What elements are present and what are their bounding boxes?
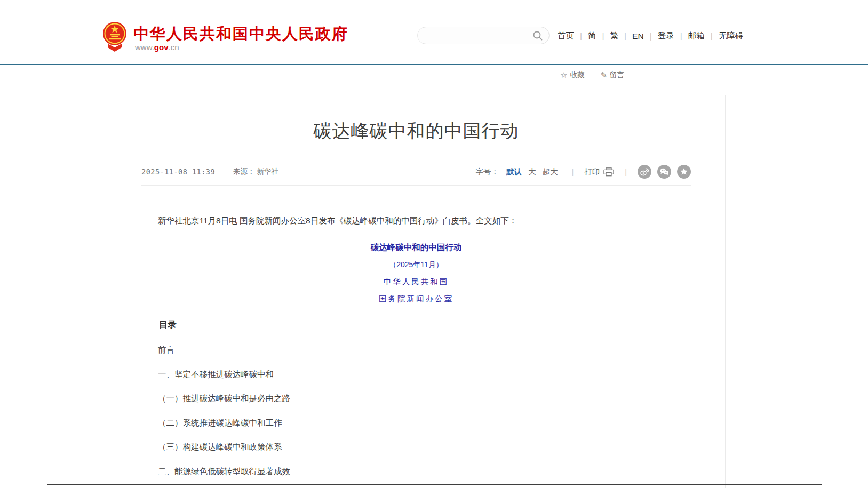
favorite-button[interactable]: ☆ 收藏 — [560, 70, 584, 80]
article-body: 新华社北京11月8日电 国务院新闻办公室8日发布《碳达峰碳中和的中国行动》白皮书… — [141, 214, 691, 488]
site-title[interactable]: 中华人民共和国中央人民政府 — [133, 23, 348, 45]
article-toolbar: 字号： 默认 大 超大 | 打印 | — [475, 165, 691, 179]
wechat-share-icon[interactable] — [657, 165, 671, 179]
star-icon: ☆ — [560, 70, 567, 80]
article-meta-row: 2025-11-08 11:39 来源： 新华社 字号： 默认 大 超大 | 打… — [141, 165, 691, 186]
intro-paragraph: 新华社北京11月8日电 国务院新闻办公室8日发布《碳达峰碳中和的中国行动》白皮书… — [141, 214, 691, 227]
toc-heading: 目录 — [141, 319, 691, 331]
doc-org-country: 中华人民共和国 — [141, 277, 691, 287]
doc-title: 碳达峰碳中和的中国行动 — [141, 242, 691, 253]
pencil-icon: ✎ — [600, 70, 607, 80]
comment-label: 留言 — [610, 70, 624, 80]
toc-item-1-2: （二）系统推进碳达峰碳中和工作 — [141, 418, 691, 428]
doc-date: （2025年11月） — [141, 260, 691, 270]
source-label: 来源： — [233, 167, 255, 175]
publish-date: 2025-11-08 11:39 — [141, 167, 215, 176]
article-title: 碳达峰碳中和的中国行动 — [107, 119, 725, 143]
search-box[interactable] — [417, 27, 550, 44]
printer-icon — [603, 167, 614, 177]
source: 来源： 新华社 — [233, 167, 278, 177]
page-actions: ☆ 收藏 ✎ 留言 — [560, 70, 624, 80]
toolbar-divider: | — [625, 167, 627, 176]
nav-link-accessibility[interactable]: 无障碍 — [719, 30, 744, 42]
nav-link-mail[interactable]: 邮箱 — [688, 30, 719, 42]
page-bottom-divider — [47, 484, 822, 485]
site-url[interactable]: www.gov.cn — [135, 43, 179, 52]
print-label: 打印 — [584, 167, 600, 177]
source-value[interactable]: 新华社 — [257, 167, 278, 175]
toc-item-preface: 前言 — [141, 345, 691, 355]
article-card: 碳达峰碳中和的中国行动 2025-11-08 11:39 来源： 新华社 字号：… — [107, 95, 726, 488]
favorite-label: 收藏 — [570, 70, 584, 80]
nav-link-traditional[interactable]: 繁 — [610, 30, 633, 42]
weibo-share-icon[interactable] — [638, 165, 651, 179]
nav-link-home[interactable]: 首页 — [558, 30, 588, 42]
search-icon[interactable] — [532, 30, 543, 41]
article-meta-left: 2025-11-08 11:39 来源： 新华社 — [141, 167, 278, 177]
national-emblem-logo[interactable] — [102, 21, 127, 52]
nav-link-simplified[interactable]: 简 — [588, 30, 610, 42]
font-size-default[interactable]: 默认 — [506, 167, 522, 177]
site-header: 中华人民共和国中央人民政府 www.gov.cn 首页 简 繁 EN 登录 邮箱… — [0, 0, 868, 65]
top-nav: 首页 简 繁 EN 登录 邮箱 无障碍 — [558, 30, 743, 42]
nav-link-login[interactable]: 登录 — [658, 30, 688, 42]
toc-item-1: 一、坚定不移推进碳达峰碳中和 — [141, 370, 691, 380]
search-input[interactable] — [426, 27, 528, 44]
toc-item-1-3: （三）构建碳达峰碳中和政策体系 — [141, 442, 691, 452]
toc-item-2: 二、能源绿色低碳转型取得显著成效 — [141, 467, 691, 477]
font-size-xlarge[interactable]: 超大 — [542, 167, 558, 177]
site-url-suffix: .cn — [169, 43, 179, 52]
doc-org-office: 国务院新闻办公室 — [141, 294, 691, 304]
site-url-prefix: www. — [135, 43, 154, 52]
toolbar-divider: | — [571, 167, 574, 176]
share-icons — [638, 165, 691, 179]
nav-link-english[interactable]: EN — [632, 31, 658, 41]
print-button[interactable]: 打印 — [584, 167, 614, 177]
font-size-large[interactable]: 大 — [528, 167, 536, 177]
qzone-star-share-icon[interactable] — [677, 165, 691, 179]
site-url-main: gov — [154, 43, 169, 52]
comment-button[interactable]: ✎ 留言 — [600, 70, 624, 80]
toc-item-1-1: （一）推进碳达峰碳中和是必由之路 — [141, 394, 691, 404]
font-size-label: 字号： — [475, 167, 499, 177]
